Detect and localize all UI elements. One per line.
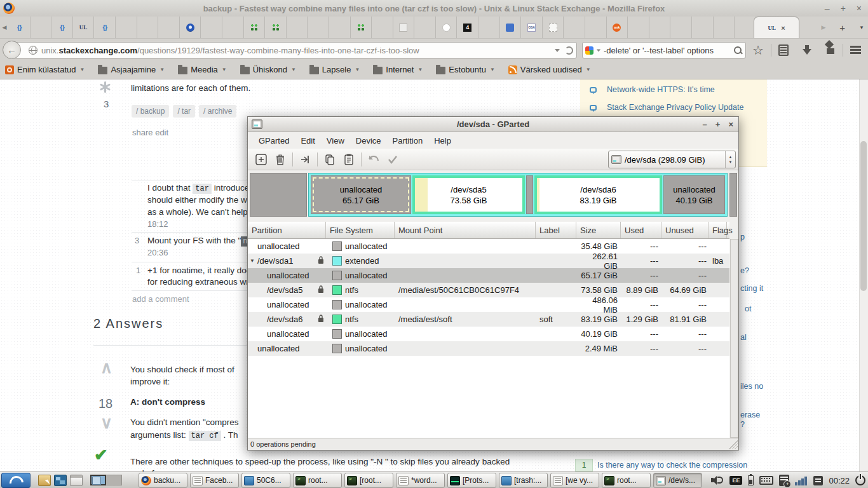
browser-tab[interactable]	[329, 17, 351, 38]
taskbar-window-button[interactable]: root...	[602, 473, 651, 488]
browser-tab[interactable]	[31, 17, 52, 38]
page-scrollbar[interactable]	[859, 79, 868, 471]
clipboard-icon[interactable]	[779, 475, 789, 486]
network-signal-icon[interactable]	[795, 476, 808, 485]
related-link-fragment[interactable]: p	[740, 233, 745, 241]
browser-tab[interactable]	[180, 17, 201, 38]
browser-tab[interactable]	[714, 17, 735, 38]
browser-tab[interactable]: {}	[9, 17, 31, 38]
bookmark-folder[interactable]: Lapsele ▼	[309, 65, 360, 74]
partition-segment[interactable]	[526, 175, 533, 214]
menu-item[interactable]: Partition	[387, 136, 429, 146]
power-icon[interactable]	[855, 475, 865, 485]
related-link-fragment[interactable]: iles no	[740, 382, 763, 391]
table-scrollbar[interactable]	[730, 239, 738, 438]
expander-icon[interactable]: ▼	[250, 258, 255, 264]
tag[interactable]: / tar	[173, 105, 195, 118]
menu-item[interactable]: View	[321, 136, 350, 146]
taskbar-window-button[interactable]: [trash:...	[499, 473, 548, 488]
partition-row[interactable]: ▼ unallocated unallocated 486.06 MiB ---…	[248, 297, 729, 312]
bookmark-folder[interactable]: Ühiskond ▼	[240, 65, 296, 74]
related-link-fragment[interactable]: cting it	[740, 284, 763, 293]
gparted-close-button[interactable]: ×	[728, 119, 733, 129]
column-header[interactable]: Flags	[709, 222, 727, 238]
partition-segment[interactable]: /dev/sda683.19 GiB	[534, 175, 662, 214]
browser-tab[interactable]: 4	[457, 17, 478, 38]
new-partition-button[interactable]	[252, 151, 271, 168]
upvote-icon[interactable]: ∧	[100, 359, 112, 376]
applications-menu-button[interactable]	[1, 473, 31, 488]
browser-tab[interactable]	[500, 17, 522, 38]
gparted-titlebar[interactable]: /dev/sda - GParted – + ×	[248, 117, 738, 132]
favorite-star-icon[interactable]	[98, 81, 111, 93]
downloads-icon[interactable]	[803, 49, 811, 55]
tab-scroll-left-icon[interactable]: ◀	[0, 17, 9, 38]
browser-tab[interactable]	[478, 17, 500, 38]
browser-tab[interactable]	[158, 17, 180, 38]
related-link-fragment[interactable]: ?	[740, 420, 745, 429]
bookmark-folder[interactable]: Estobuntu ▼	[436, 65, 494, 74]
browser-tab[interactable]	[735, 17, 756, 38]
network-launcher-icon[interactable]	[54, 475, 67, 486]
column-header[interactable]: Partition	[248, 222, 326, 238]
search-icon[interactable]	[733, 46, 743, 55]
workspace-pager[interactable]	[90, 475, 122, 485]
menu-item[interactable]: Edit	[295, 136, 320, 146]
browser-tab[interactable]: {}	[94, 17, 116, 38]
delete-partition-button[interactable]	[271, 151, 290, 168]
close-button[interactable]: ×	[857, 3, 862, 13]
notes-icon[interactable]	[813, 476, 823, 485]
maximize-button[interactable]: +	[841, 3, 846, 13]
browser-tab[interactable]	[649, 17, 671, 38]
bookmark-folder[interactable]: Enim külastatud ▼	[5, 65, 85, 74]
browser-tab[interactable]	[287, 17, 308, 38]
related-link[interactable]: Is there any way to check the compressio…	[597, 461, 747, 470]
column-header[interactable]: File System	[326, 222, 395, 238]
browser-tab[interactable]	[244, 17, 266, 38]
bookmark-folder[interactable]: Värsked uudised ▼	[508, 65, 591, 74]
clock[interactable]: 00:22	[829, 476, 850, 485]
new-tab-button[interactable]: +	[839, 22, 845, 33]
taskbar-window-button[interactable]: [root...	[344, 473, 393, 488]
bookmark-star-icon[interactable]: ☆	[752, 44, 764, 57]
related-link-fragment[interactable]: erase	[740, 410, 760, 419]
column-header[interactable]: Label	[536, 222, 576, 238]
share-link[interactable]: share edit	[132, 128, 168, 137]
file-manager-launcher-icon[interactable]	[38, 475, 51, 486]
bookmarks-menu-icon[interactable]	[778, 44, 789, 56]
menu-item[interactable]: Help	[428, 136, 457, 146]
browser-tab[interactable]: {}	[51, 17, 73, 38]
partition-row[interactable]: ▼ unallocated unallocated 65.17 GiB --- …	[248, 268, 729, 283]
browser-tab[interactable]	[265, 17, 287, 38]
column-header[interactable]: Unused	[661, 222, 709, 238]
battery-icon[interactable]	[748, 475, 754, 485]
keyboard-icon[interactable]	[759, 476, 773, 485]
resize-grip[interactable]	[729, 440, 738, 449]
home-icon[interactable]	[825, 46, 836, 55]
search-engine-icon[interactable]	[585, 46, 593, 55]
browser-tab[interactable]	[692, 17, 714, 38]
search-input[interactable]: -delete' or '--test-label' options	[604, 46, 731, 55]
reload-icon[interactable]	[565, 46, 573, 55]
bookmark-folder[interactable]: Asjaajamine ▼	[98, 65, 165, 74]
taskbar-window-button[interactable]: [Prots...	[447, 473, 496, 488]
browser-tab[interactable]: UL	[73, 17, 95, 38]
browser-tab[interactable]	[543, 17, 564, 38]
add-comment-link[interactable]: add a comment	[132, 294, 189, 304]
resize-partition-button[interactable]	[295, 151, 315, 168]
browser-tab[interactable]: OSA	[521, 17, 543, 38]
edit-link[interactable]: edit	[155, 128, 168, 137]
apply-button[interactable]	[383, 151, 402, 168]
active-tab[interactable]: UL ×	[754, 17, 799, 38]
browser-tab[interactable]	[308, 17, 329, 38]
paste-partition-button[interactable]	[339, 151, 358, 168]
partition-segment[interactable]: /dev/sda573.58 GiB	[412, 175, 525, 214]
browser-tab[interactable]	[222, 17, 244, 38]
undo-button[interactable]	[364, 151, 383, 168]
browser-tab[interactable]	[436, 17, 458, 38]
device-selector[interactable]: /dev/sda (298.09 GiB) ▲▼	[608, 151, 736, 168]
related-link-fragment[interactable]: ot	[745, 304, 751, 313]
copy-partition-button[interactable]	[320, 151, 339, 168]
partition-row[interactable]: ▼ unallocated unallocated 40.19 GiB --- …	[248, 327, 729, 341]
browser-tab[interactable]	[564, 17, 585, 38]
